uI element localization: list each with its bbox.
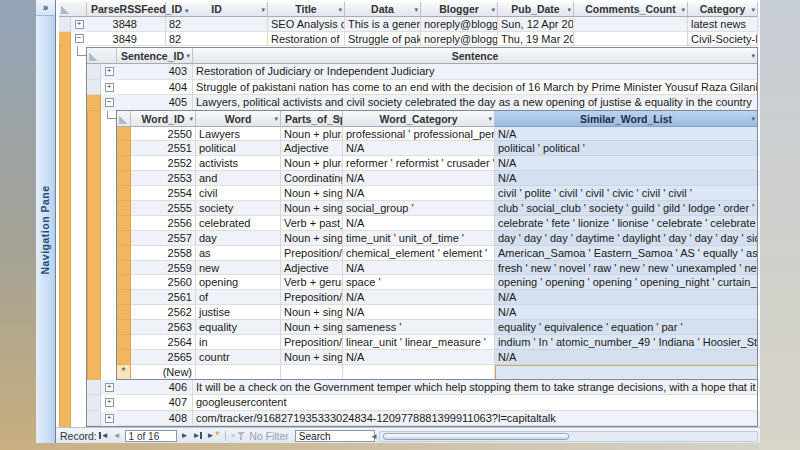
record-selector[interactable]	[117, 246, 131, 261]
cell-word_category[interactable]: chemical_element ' element '	[343, 246, 495, 261]
cell-word[interactable]: Lawyers	[196, 127, 281, 142]
cell-word_id[interactable]: 2558	[131, 246, 196, 261]
cell-word_category[interactable]: professional ' professional_per	[343, 127, 495, 142]
cell-word_id[interactable]: 2563	[131, 320, 196, 335]
record-selector[interactable]	[87, 395, 101, 411]
column-header-pub_date[interactable]: Pub_Date▾	[498, 2, 574, 17]
cell-id[interactable]: 82	[166, 17, 268, 32]
cell-parts_of_sp[interactable]: Adjective	[281, 141, 343, 156]
first-record-button[interactable]: ◄	[99, 431, 109, 441]
column-dropdown-icon[interactable]: ▾	[491, 2, 495, 17]
cell-word[interactable]: justise	[196, 305, 281, 320]
record-selector[interactable]	[117, 201, 131, 216]
record-selector[interactable]	[117, 261, 131, 276]
column-dropdown-icon[interactable]: ▾	[274, 111, 278, 127]
record-selector[interactable]	[117, 156, 131, 171]
cell-word[interactable]: political	[196, 141, 281, 156]
column-dropdown-icon[interactable]: ▾	[414, 2, 418, 17]
current-record-selector-extension-outer[interactable]	[59, 46, 71, 427]
cell-word_category[interactable]: N/A	[343, 261, 495, 276]
cell-word_category[interactable]: N/A	[343, 305, 495, 320]
cell-word_category[interactable]: reformer ' reformist ' crusader '	[343, 156, 495, 171]
data-cell[interactable]	[281, 365, 343, 380]
record-selector[interactable]	[117, 335, 131, 350]
cell-sentence[interactable]: Restoration of Judiciary or Independent …	[193, 64, 758, 80]
expand-row-button[interactable]: +	[75, 20, 84, 29]
cell-word_id[interactable]: 2560	[131, 275, 196, 290]
cell-similar_word_list[interactable]: celebrate ' fete ' lionize ' lionise ' c…	[495, 216, 758, 231]
cell-parts_of_sp[interactable]: Noun + plural	[281, 127, 343, 142]
cell-parts_of_sp[interactable]: Preposition/s	[281, 290, 343, 305]
cell-similar_word_list[interactable]: civil ' polite ' civil ' civil ' civic '…	[495, 186, 758, 201]
cell-word_id[interactable]: 2556	[131, 216, 196, 231]
cell-parts_of_sp[interactable]: Noun + singu	[281, 201, 343, 216]
cell-word_category[interactable]: N/A	[343, 171, 495, 186]
cell-word_category[interactable]: N/A	[343, 186, 495, 201]
column-dropdown-icon[interactable]: ▾	[185, 7, 189, 14]
cell-word_id[interactable]: 2554	[131, 186, 196, 201]
cell-title[interactable]: Restoration of	[268, 32, 345, 47]
cell-blogger[interactable]: noreply@blogg	[421, 32, 498, 47]
cell-word_category[interactable]: N/A	[343, 216, 495, 231]
cell-sentence_id[interactable]: 404	[117, 80, 193, 96]
cell-similar_word_list[interactable]: N/A	[495, 305, 758, 320]
cell-word_id[interactable]: 2565	[131, 350, 196, 365]
cell-parts_of_sp[interactable]: Noun + singu	[281, 305, 343, 320]
current-record-selector-extension-sentence[interactable]	[87, 111, 101, 380]
cell-similar_word_list[interactable]: N/A	[495, 290, 758, 305]
cell-sentence_id[interactable]: 406	[117, 380, 193, 396]
cell-data[interactable]: Struggle of pak	[345, 32, 421, 47]
cell-parserssfeed_id[interactable]: 3848	[87, 17, 166, 32]
cell-sentence_id[interactable]: 403	[117, 64, 193, 80]
record-selector[interactable]	[87, 64, 101, 80]
cell-sentence_id[interactable]: 405	[117, 95, 193, 111]
select-all-corner[interactable]	[87, 48, 117, 64]
column-dropdown-icon[interactable]: ▾	[186, 48, 190, 64]
cell-word_category[interactable]: N/A	[343, 290, 495, 305]
new-record-button[interactable]: ►*	[206, 431, 219, 441]
cell-word_id[interactable]: 2564	[131, 335, 196, 350]
new-record-selector[interactable]: *	[117, 365, 131, 380]
column-dropdown-icon[interactable]: ▾	[336, 111, 340, 127]
column-dropdown-icon[interactable]: ▾	[751, 111, 755, 127]
cell-sentence[interactable]: com/tracker/9168271935333024834-12097788…	[193, 411, 758, 427]
cell-word_id[interactable]: 2561	[131, 290, 196, 305]
cell-word_category[interactable]: space '	[343, 275, 495, 290]
cell-pub_date[interactable]: Sun, 12 Apr 200	[498, 17, 574, 32]
expand-row-button[interactable]: +	[105, 67, 114, 76]
cell-sentence[interactable]: Struggle of pakistani nation has come to…	[193, 80, 758, 96]
column-header-comments_count[interactable]: Comments_Count▾	[574, 2, 688, 17]
expand-row-button[interactable]: +	[105, 414, 114, 423]
collapse-row-button[interactable]: −	[105, 98, 114, 107]
cell-parts_of_sp[interactable]: Noun + singu	[281, 231, 343, 246]
cell-blogger[interactable]: noreply@blogg	[421, 17, 498, 32]
select-all-corner[interactable]	[117, 111, 131, 127]
cell-comments_count[interactable]	[574, 17, 688, 32]
record-selector[interactable]	[117, 141, 131, 156]
horizontal-scrollbar[interactable]: ◄	[370, 430, 758, 442]
search-box[interactable]: Search	[295, 430, 375, 442]
column-dropdown-icon[interactable]: ▾	[338, 2, 342, 17]
record-selector[interactable]	[117, 231, 131, 246]
scroll-left-arrow-icon[interactable]: ◄	[370, 432, 378, 441]
cell-parts_of_sp[interactable]: Noun + singu	[281, 350, 343, 365]
cell-word_id[interactable]: 2550	[131, 127, 196, 142]
cell-category[interactable]: Civil-Society-P	[688, 32, 758, 47]
cell-parts_of_sp[interactable]: Preposition/s	[281, 335, 343, 350]
cell-word[interactable]: celebrated	[196, 216, 281, 231]
cell-word_category[interactable]: social_group '	[343, 201, 495, 216]
cell-word[interactable]: day	[196, 231, 281, 246]
navigation-pane-collapsed[interactable]: » Navigation Pane	[36, 0, 56, 443]
cell-word[interactable]: as	[196, 246, 281, 261]
cell-parts_of_sp[interactable]: Coordinating	[281, 171, 343, 186]
cell-word[interactable]: civil	[196, 186, 281, 201]
cell-new-record[interactable]: (New)	[131, 365, 196, 380]
cell-sentence_id[interactable]: 407	[117, 395, 193, 411]
cell-parts_of_sp[interactable]: Preposition/s	[281, 246, 343, 261]
column-dropdown-icon[interactable]: ▾	[261, 2, 265, 17]
record-selector[interactable]	[117, 275, 131, 290]
last-record-button[interactable]: ►	[193, 431, 203, 441]
data-cell[interactable]	[196, 365, 281, 380]
column-dropdown-icon[interactable]: ▾	[567, 2, 571, 17]
column-header-data[interactable]: Data▾	[345, 2, 421, 17]
